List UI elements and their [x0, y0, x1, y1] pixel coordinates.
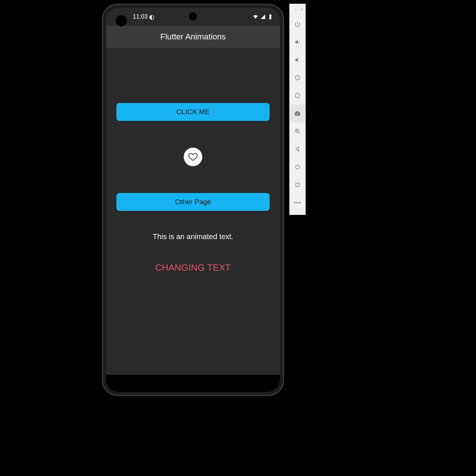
cell-signal-icon [260, 14, 266, 20]
camera-icon [294, 110, 301, 117]
emulator-toolbar: – × ••• [289, 4, 306, 215]
svg-rect-2 [295, 75, 300, 80]
svg-rect-6 [296, 111, 299, 112]
volume-up-icon [294, 39, 301, 45]
rotate-right-button[interactable] [289, 87, 306, 104]
click-me-button[interactable]: CLICK ME [116, 103, 270, 121]
app-bar-title: Flutter Animations [160, 32, 226, 42]
animated-caption-text: This is an animated text. [153, 232, 234, 241]
battery-icon [267, 14, 273, 20]
more-button[interactable]: ••• [289, 194, 306, 212]
close-window-button[interactable]: × [301, 7, 303, 12]
more-icon: ••• [294, 200, 302, 206]
overview-button[interactable] [289, 176, 306, 194]
svg-point-11 [296, 165, 300, 169]
svg-rect-3 [295, 93, 300, 98]
volume-down-icon [294, 57, 301, 63]
click-me-button-label: CLICK ME [176, 108, 210, 116]
svg-rect-1 [270, 14, 271, 15]
status-clock: 11:03 [133, 13, 148, 20]
power-icon [294, 21, 301, 28]
svg-line-8 [298, 132, 300, 134]
home-icon [294, 164, 301, 170]
status-app-indicator-icon: ◐ [149, 13, 154, 20]
favorite-button[interactable] [184, 148, 202, 166]
punch-hole-camera-icon [189, 12, 197, 20]
zoom-button[interactable] [289, 122, 306, 140]
other-page-button-label: Other Page [175, 198, 211, 206]
svg-rect-0 [269, 15, 271, 19]
emulator-window-controls: – × [290, 6, 305, 15]
rotate-left-button[interactable] [289, 69, 306, 87]
android-nav-bar [106, 375, 280, 392]
minimize-window-button[interactable]: – [295, 7, 297, 12]
home-button[interactable] [289, 158, 306, 176]
wifi-icon [253, 14, 258, 20]
emulator-device-frame: 11:03 ◐ Flutter Animations CLICK ME [102, 4, 284, 396]
app-body: CLICK ME Other Page This is an animated … [106, 48, 280, 375]
app-bar: Flutter Animations [106, 26, 280, 48]
screenshot-button[interactable] [289, 104, 306, 122]
back-icon [294, 146, 301, 152]
front-camera-icon [116, 15, 127, 26]
overview-icon [294, 181, 301, 188]
device-screen: 11:03 ◐ Flutter Animations CLICK ME [106, 8, 280, 392]
volume-up-button[interactable] [289, 33, 306, 51]
back-button[interactable] [289, 140, 306, 158]
volume-down-button[interactable] [289, 51, 306, 69]
zoom-icon [294, 128, 301, 135]
changing-text-label: CHANGING TEXT [155, 263, 231, 273]
rotate-right-icon [294, 92, 301, 99]
power-button[interactable] [289, 15, 306, 33]
svg-rect-12 [296, 183, 299, 187]
other-page-button[interactable]: Other Page [116, 193, 270, 211]
heart-outline-icon [188, 152, 198, 162]
svg-point-5 [296, 113, 298, 115]
rotate-left-icon [294, 74, 301, 81]
